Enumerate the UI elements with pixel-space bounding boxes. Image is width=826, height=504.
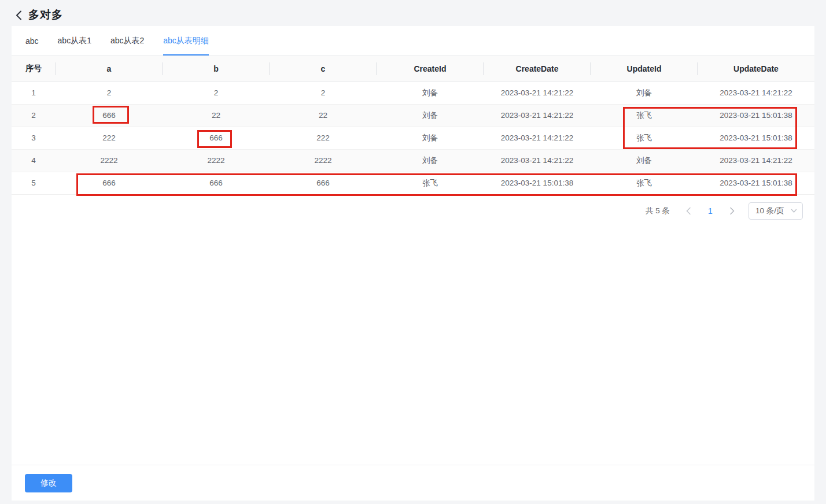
table-cell: 1 [12, 81, 56, 104]
tab-label: abc从表1 [58, 36, 91, 46]
table-cell: 刘备 [591, 81, 698, 104]
page-header: 多对多 [16, 7, 63, 23]
table-cell: 刘备 [377, 149, 484, 172]
table-cell: 2222 [163, 149, 270, 172]
table-cell: 2222 [270, 149, 377, 172]
tab-bar: abc abc从表1 abc从表2 abc从表明细 [12, 26, 814, 56]
table-cell: 张飞 [591, 172, 698, 194]
table-cell: 2 [56, 81, 163, 104]
pagination-current-page[interactable]: 1 [700, 202, 721, 220]
pagination-next-button[interactable] [723, 202, 742, 220]
pagination-total: 共 5 条 [646, 206, 670, 216]
tab-label: abc [25, 36, 39, 46]
column-header-a: a [56, 56, 163, 81]
table-cell: 刘备 [591, 149, 698, 172]
footer-divider [12, 465, 814, 465]
chevron-down-icon [791, 209, 797, 213]
table-cell: 222 [270, 127, 377, 149]
table-cell: 2023-03-21 14:21:22 [698, 149, 814, 172]
table-row[interactable]: 2 666 22 22 刘备 2023-03-21 14:21:22 张飞 20… [12, 104, 814, 127]
page-title: 多对多 [28, 8, 63, 23]
tab-abc-congbiao1[interactable]: abc从表1 [58, 26, 91, 55]
column-header-updatedate: UpdateDate [698, 56, 814, 81]
table-cell: 刘备 [377, 104, 484, 127]
pagination: 共 5 条 1 10 条/页 [12, 202, 814, 220]
column-header-createdate: CreateDate [484, 56, 591, 81]
table-cell: 666 [56, 104, 163, 127]
table-cell: 2023-03-21 14:21:22 [698, 81, 814, 104]
table-row[interactable]: 3 222 666 222 刘备 2023-03-21 14:21:22 张飞 … [12, 127, 814, 149]
table-cell: 2023-03-21 15:01:38 [698, 172, 814, 194]
table-row[interactable]: 4 2222 2222 2222 刘备 2023-03-21 14:21:22 … [12, 149, 814, 172]
tab-abc-congbiao-mingxi[interactable]: abc从表明细 [163, 26, 209, 55]
column-header-c: c [270, 56, 377, 81]
table-cell: 2023-03-21 14:21:22 [484, 81, 591, 104]
data-table: 序号 a b c CreateId CreateDate UpdateId Up… [12, 56, 814, 195]
table-cell: 张飞 [591, 104, 698, 127]
page-size-select[interactable]: 10 条/页 [748, 202, 803, 220]
table-cell: 2023-03-21 14:21:22 [484, 104, 591, 127]
column-header-createid: CreateId [377, 56, 484, 81]
modify-button[interactable]: 修改 [25, 474, 72, 492]
table-cell: 666 [163, 127, 270, 149]
table-row[interactable]: 1 2 2 2 刘备 2023-03-21 14:21:22 刘备 2023-0… [12, 81, 814, 104]
table-cell: 张飞 [377, 172, 484, 194]
table-cell: 3 [12, 127, 56, 149]
table-cell: 2023-03-21 15:01:38 [484, 172, 591, 194]
table-cell: 666 [270, 172, 377, 194]
table-cell: 刘备 [377, 81, 484, 104]
table-cell: 5 [12, 172, 56, 194]
table-cell: 666 [163, 172, 270, 194]
tab-abc[interactable]: abc [25, 26, 39, 55]
column-header-index: 序号 [12, 56, 56, 81]
table-row[interactable]: 5 666 666 666 张飞 2023-03-21 15:01:38 张飞 … [12, 172, 814, 194]
table-cell: 222 [56, 127, 163, 149]
table-header-row: 序号 a b c CreateId CreateDate UpdateId Up… [12, 56, 814, 81]
table-cell: 22 [270, 104, 377, 127]
table-cell: 刘备 [377, 127, 484, 149]
table-cell: 2 [12, 104, 56, 127]
column-header-updateid: UpdateId [591, 56, 698, 81]
table-cell: 2 [163, 81, 270, 104]
column-header-b: b [163, 56, 270, 81]
page-size-label: 10 条/页 [755, 206, 784, 216]
table-cell: 张飞 [591, 127, 698, 149]
table-cell: 2023-03-21 15:01:38 [698, 127, 814, 149]
tab-label: abc从表2 [110, 36, 144, 46]
table-cell: 2023-03-21 14:21:22 [484, 127, 591, 149]
table-cell: 2 [270, 81, 377, 104]
table-cell: 2222 [56, 149, 163, 172]
back-chevron-icon[interactable] [16, 10, 22, 20]
content-card: abc abc从表1 abc从表2 abc从表明细 序号 a b c Creat… [12, 26, 814, 501]
pagination-prev-button[interactable] [679, 202, 698, 220]
table-cell: 666 [56, 172, 163, 194]
tab-abc-congbiao2[interactable]: abc从表2 [110, 26, 144, 55]
table-cell: 22 [163, 104, 270, 127]
table-cell: 2023-03-21 15:01:38 [698, 104, 814, 127]
table-cell: 4 [12, 149, 56, 172]
table-cell: 2023-03-21 14:21:22 [484, 149, 591, 172]
tab-label: abc从表明细 [163, 36, 209, 46]
